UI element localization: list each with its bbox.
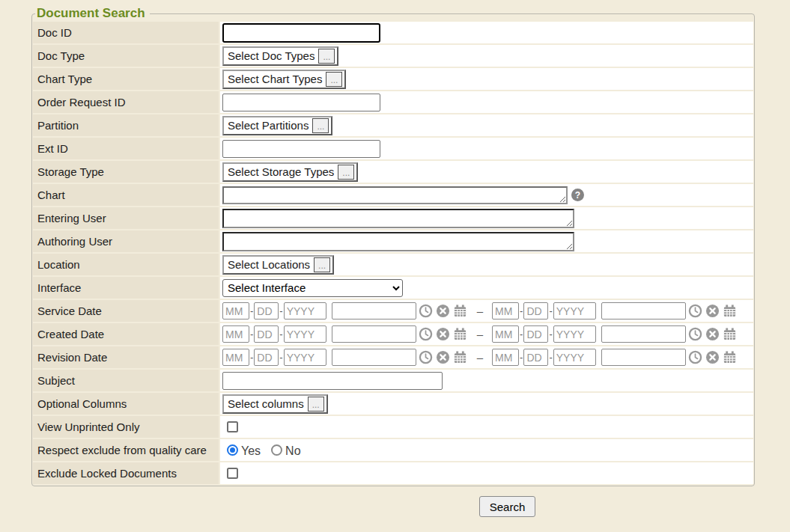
- calendar-icon[interactable]: [723, 327, 738, 342]
- revision-date-cell: - - – - -: [220, 346, 753, 368]
- date-separator: -: [250, 352, 253, 363]
- service-date-cell: - - – - -: [220, 300, 753, 322]
- service-date-to-time-input[interactable]: [601, 302, 686, 319]
- document-search-panel: Document Search Doc ID Doc Type Select D…: [31, 6, 755, 486]
- created-date-from-month-input[interactable]: [222, 325, 249, 343]
- partition-label: Partition: [33, 114, 219, 136]
- doc-type-cell: Select Doc Types ...: [220, 45, 753, 67]
- location-cell: Select Locations ...: [220, 254, 753, 275]
- clear-icon[interactable]: [436, 350, 451, 365]
- respect-exclude-cell: Yes No: [220, 439, 753, 461]
- exclude-locked-checkbox[interactable]: [227, 468, 238, 479]
- doc-type-picker-text: Select Doc Types: [228, 49, 315, 62]
- revision-date-to-year-input[interactable]: [553, 349, 596, 366]
- revision-date-to-month-input[interactable]: [492, 349, 519, 366]
- view-unprinted-label: View Unprinted Only: [33, 416, 219, 438]
- chart-type-browse-button[interactable]: ...: [326, 72, 342, 87]
- doc-type-browse-button[interactable]: ...: [318, 49, 335, 64]
- revision-date-from-time-input[interactable]: [332, 349, 416, 366]
- service-date-to-year-input[interactable]: [553, 302, 596, 319]
- clock-icon[interactable]: [688, 304, 703, 319]
- calendar-icon[interactable]: [453, 327, 468, 342]
- optional-columns-picker[interactable]: Select columns ...: [222, 394, 328, 414]
- search-row: Search: [0, 496, 790, 517]
- revision-date-to-time-input[interactable]: [601, 349, 686, 366]
- interface-label: Interface: [33, 277, 219, 299]
- chart-label: Chart: [33, 184, 219, 206]
- service-date-to-month-input[interactable]: [492, 302, 519, 319]
- clear-icon[interactable]: [705, 350, 720, 365]
- partition-picker-text: Select Partitions: [228, 119, 309, 132]
- revision-date-from-month-input[interactable]: [222, 349, 249, 366]
- service-date-from-time-input[interactable]: [332, 302, 416, 319]
- clock-icon[interactable]: [419, 304, 434, 319]
- partition-picker[interactable]: Select Partitions ...: [222, 116, 332, 135]
- storage-type-picker[interactable]: Select Storage Types ...: [222, 162, 358, 182]
- range-separator: –: [477, 351, 483, 364]
- chart-type-picker[interactable]: Select Chart Types ...: [222, 70, 346, 89]
- clear-icon[interactable]: [436, 327, 451, 342]
- date-separator: -: [279, 352, 282, 363]
- created-date-from-day-input[interactable]: [254, 325, 279, 343]
- search-button[interactable]: Search: [479, 496, 536, 517]
- authoring-user-textarea[interactable]: [222, 232, 574, 251]
- clock-icon[interactable]: [688, 350, 703, 365]
- service-date-to-day-input[interactable]: [523, 302, 548, 319]
- partition-browse-button[interactable]: ...: [312, 118, 329, 133]
- date-separator: -: [520, 328, 523, 340]
- clear-icon[interactable]: [705, 327, 720, 342]
- created-date-from-year-input[interactable]: [284, 325, 326, 343]
- clear-icon[interactable]: [705, 304, 720, 319]
- created-date-to-time-input[interactable]: [601, 325, 686, 343]
- date-separator: -: [549, 352, 552, 363]
- location-browse-button[interactable]: ...: [314, 257, 330, 272]
- respect-exclude-yes-label: Yes: [241, 444, 261, 458]
- exclude-locked-cell: [220, 462, 753, 484]
- location-picker[interactable]: Select Locations ...: [222, 255, 334, 275]
- clear-icon[interactable]: [436, 304, 451, 319]
- service-date-from-year-input[interactable]: [284, 302, 326, 319]
- date-separator: -: [549, 328, 552, 340]
- created-date-from-time-input[interactable]: [332, 325, 416, 343]
- respect-exclude-yes-radio[interactable]: [227, 444, 238, 456]
- created-date-to-year-input[interactable]: [553, 325, 596, 343]
- view-unprinted-checkbox[interactable]: [227, 421, 238, 432]
- clock-icon[interactable]: [688, 327, 703, 342]
- storage-type-label: Storage Type: [33, 161, 219, 183]
- clock-icon[interactable]: [419, 327, 434, 342]
- date-separator: -: [279, 328, 282, 340]
- clock-icon[interactable]: [419, 350, 434, 365]
- chart-cell: ?: [220, 184, 753, 206]
- order-request-id-input[interactable]: [222, 94, 380, 111]
- chart-textarea[interactable]: [222, 186, 568, 204]
- calendar-icon[interactable]: [453, 304, 468, 319]
- revision-date-from-day-input[interactable]: [254, 349, 279, 366]
- respect-exclude-no-radio[interactable]: [271, 444, 282, 456]
- service-date-from-day-input[interactable]: [254, 302, 279, 319]
- calendar-icon[interactable]: [723, 304, 738, 319]
- date-separator: -: [279, 305, 282, 317]
- revision-date-from-year-input[interactable]: [284, 349, 326, 366]
- doc-id-input[interactable]: [222, 23, 380, 43]
- entering-user-textarea[interactable]: [222, 209, 574, 228]
- partition-cell: Select Partitions ...: [220, 114, 753, 136]
- service-date-from-month-input[interactable]: [222, 302, 249, 319]
- calendar-icon[interactable]: [723, 350, 738, 365]
- subject-label: Subject: [33, 370, 219, 391]
- revision-date-to-day-input[interactable]: [523, 349, 548, 366]
- interface-select[interactable]: Select Interface: [222, 279, 403, 297]
- subject-input[interactable]: [222, 372, 443, 390]
- doc-type-picker[interactable]: Select Doc Types ...: [222, 46, 338, 66]
- optional-columns-browse-button[interactable]: ...: [308, 397, 324, 412]
- view-unprinted-cell: [220, 416, 753, 438]
- ext-id-input[interactable]: [222, 140, 380, 158]
- created-date-to-day-input[interactable]: [523, 325, 548, 343]
- calendar-icon[interactable]: [453, 350, 468, 365]
- created-date-to-month-input[interactable]: [492, 325, 519, 343]
- search-form: Doc ID Doc Type Select Doc Types ... Cha…: [33, 22, 753, 484]
- date-separator: -: [250, 328, 253, 340]
- revision-date-label: Revision Date: [33, 346, 219, 368]
- storage-type-browse-button[interactable]: ...: [338, 165, 354, 180]
- location-picker-text: Select Locations: [228, 258, 310, 271]
- help-icon[interactable]: ?: [571, 189, 584, 201]
